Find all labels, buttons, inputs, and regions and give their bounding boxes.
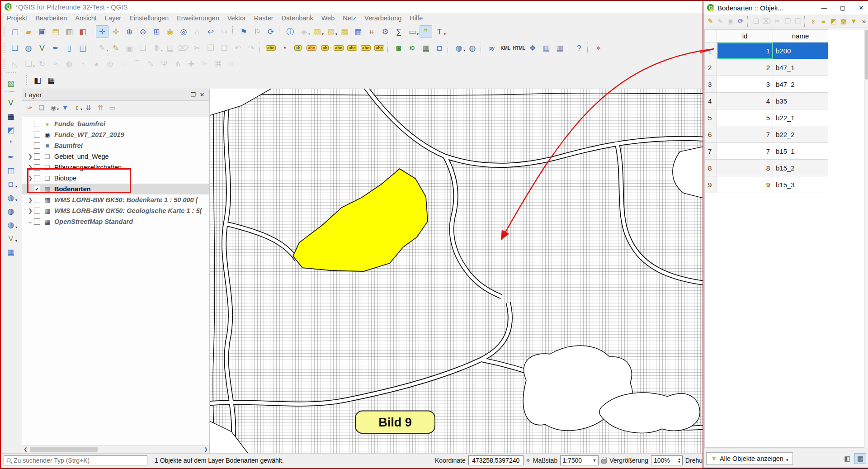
zoom-native-button[interactable]: ⌂ <box>191 25 203 38</box>
metasearch-id-button[interactable]: iD <box>406 42 419 54</box>
row-number-cell[interactable]: 8 <box>705 160 717 176</box>
white-area-pond-2[interactable] <box>599 393 700 433</box>
scale-combo[interactable]: 1:7500 ▼ <box>560 455 599 465</box>
expander-icon[interactable]: ❯ <box>27 153 34 160</box>
redo-button[interactable]: ↷ <box>245 42 258 54</box>
zoom-full-button[interactable]: ⊞ <box>150 25 163 38</box>
attr-table-row-7[interactable]: 77b15_1 <box>705 143 828 160</box>
cell-id[interactable]: 7 <box>717 143 773 160</box>
enable-advanced-digitizing-button[interactable]: ◺ <box>9 57 21 70</box>
row-number-cell[interactable]: 6 <box>705 126 717 143</box>
zoom-last-button[interactable]: ↩ <box>204 25 217 38</box>
copy-features-button[interactable]: ❐ <box>204 42 217 54</box>
merge-attributes-button[interactable]: ✁ <box>198 57 211 70</box>
layer-visibility-checkbox[interactable] <box>34 208 40 214</box>
add-wcs-layer-button[interactable]: ◍ <box>5 205 17 218</box>
filter-by-expression-button[interactable]: ε▾ <box>71 102 82 113</box>
cad-dock-button[interactable]: ⌖ <box>592 42 605 54</box>
dropdown-arrow-icon[interactable]: ▾ <box>335 32 337 36</box>
menu-projekt[interactable]: Projekt <box>3 14 31 23</box>
cell-id[interactable]: 2 <box>717 59 773 76</box>
search-input[interactable] <box>14 457 144 464</box>
expander-icon[interactable]: ❯ <box>27 208 34 214</box>
measure-button[interactable]: ▭▾ <box>406 25 419 38</box>
deselect-features-button[interactable]: ▩ <box>338 25 351 38</box>
layer-item-baumfrei[interactable]: ■Baumfrei <box>22 140 209 151</box>
cell-id[interactable]: 1 <box>717 43 773 59</box>
panel-float-icon[interactable]: ❐ <box>189 91 198 99</box>
copy-features-button[interactable]: ❐ <box>783 15 792 27</box>
attr-table-row-3[interactable]: 33b47_2 <box>705 76 828 93</box>
highlight-pinned-labels-button[interactable]: abc <box>305 42 318 54</box>
add-delimited-text-layer-button[interactable]: ❜ <box>5 137 17 150</box>
menu-erweiterungen[interactable]: Erweiterungen <box>173 14 223 23</box>
move-label-diagram-button[interactable]: abc <box>346 42 359 54</box>
deselect-all-button[interactable]: ▩ <box>839 15 848 27</box>
add-virtual-layer-button[interactable]: ◫ <box>5 164 17 177</box>
save-project-button[interactable]: ▣ <box>36 25 48 38</box>
add-wfs-layer-button[interactable]: ◍▾ <box>5 218 17 231</box>
select-by-expression-button[interactable]: ε <box>809 15 818 27</box>
cell-name[interactable]: b22_1 <box>773 109 828 126</box>
undo-button[interactable]: ↶ <box>231 42 244 54</box>
plugin-builder-button[interactable]: ❖ <box>526 42 539 54</box>
add-group-button[interactable]: ❏ <box>36 102 47 113</box>
pan-map-button[interactable]: ✛ <box>96 25 108 38</box>
layers-panel-hscrollbar[interactable]: ❮ ❯ <box>22 446 209 453</box>
merge-features-button[interactable]: ✚ <box>185 57 198 70</box>
hscroll-track[interactable] <box>29 446 203 452</box>
add-layer-button[interactable]: ❏ <box>9 42 21 54</box>
db-manager-button[interactable]: ◙ <box>392 42 405 54</box>
select-all-button[interactable]: ≡ <box>819 15 828 27</box>
dropdown-arrow-icon[interactable]: ▾ <box>15 185 17 189</box>
attr-table-row-5[interactable]: 55b22_1 <box>705 109 828 126</box>
dropdown-arrow-icon[interactable]: ▾ <box>57 107 59 111</box>
cell-name[interactable]: b15_3 <box>773 176 828 193</box>
expander-icon[interactable]: ❯ <box>27 197 34 203</box>
paste-features-button[interactable]: ❒ <box>218 42 231 54</box>
cell-id[interactable]: 7 <box>717 126 773 143</box>
raster-capture-plugin-button[interactable]: ◧ <box>31 74 44 86</box>
add-spatialite-layer-button[interactable]: ✒ <box>5 151 17 163</box>
field-calculator-button[interactable]: ⌗ <box>365 25 378 38</box>
open-attribute-table-button[interactable]: ▦ <box>352 25 364 38</box>
open-project-button[interactable]: ▰ <box>22 25 35 38</box>
cell-name[interactable]: b47_1 <box>773 59 828 76</box>
row-number-cell[interactable]: 7 <box>705 143 717 160</box>
paste-features-button[interactable]: ❒ <box>793 15 802 27</box>
add-ring-button[interactable]: ◍ <box>63 57 75 70</box>
dropdown-arrow-icon[interactable]: ▾ <box>444 32 446 36</box>
help-contents-button[interactable]: ? <box>573 42 585 54</box>
cell-name[interactable]: b47_2 <box>773 76 828 93</box>
wms-search-binoculars-button[interactable]: ◍ <box>466 42 479 54</box>
dropdown-arrow-icon[interactable]: ▾ <box>107 48 108 52</box>
export-kml-button[interactable]: KML <box>499 42 512 54</box>
zoom-to-layer-button[interactable]: ◎ <box>177 25 190 38</box>
filter-table-button[interactable]: ▼ <box>849 15 858 27</box>
layer-visibility-checkbox[interactable] <box>34 142 40 149</box>
add-raster-layer-button[interactable]: ▦ <box>5 110 17 123</box>
layer-item-wms-lgrb-bw-gk50-geologische-karte-1-5[interactable]: ❯▦WMS LGRB-BW GK50: Geologische Karte 1 … <box>22 205 209 216</box>
dropdown-arrow-icon[interactable]: ▾ <box>15 225 17 229</box>
layer-item-openstreetmap-standard[interactable]: ⌄▦OpenStreetMap Standard <box>22 216 209 227</box>
menu-raster[interactable]: Raster <box>250 14 278 23</box>
menu-bearbeiten[interactable]: Bearbeiten <box>31 14 71 23</box>
attr-table-row-1[interactable]: 11b200 <box>705 43 828 59</box>
dropdown-arrow-icon[interactable]: ▾ <box>308 32 310 36</box>
close-button[interactable]: ✕ <box>854 1 868 14</box>
attr-table-row-2[interactable]: 22b47_1 <box>705 59 828 76</box>
export-html-button[interactable]: HTML <box>513 42 525 54</box>
layer-visibility-checkbox[interactable] <box>34 153 40 160</box>
filter-legend-button[interactable]: ▼ <box>60 102 71 113</box>
dropdown-arrow-icon[interactable]: ▾ <box>15 239 17 243</box>
split-parts-button[interactable]: Ψ <box>158 57 170 70</box>
add-vector-layer-button[interactable]: V <box>5 96 17 109</box>
layer-visibility-checkbox[interactable] <box>34 121 40 127</box>
pin-labels-button[interactable]: ab <box>292 42 304 54</box>
spinner-arrows-icon[interactable]: ▲▼ <box>676 457 682 464</box>
dropdown-arrow-icon[interactable]: ▾ <box>33 64 35 68</box>
layer-item-funde-baumfrei[interactable]: ●Funde_baumfrei <box>22 118 209 129</box>
style-manager-button[interactable]: ◧ <box>76 25 89 38</box>
show-bookmarks-button[interactable]: ⚐ <box>251 25 264 38</box>
vertex-tool-button[interactable]: ✙▾ <box>150 42 163 54</box>
